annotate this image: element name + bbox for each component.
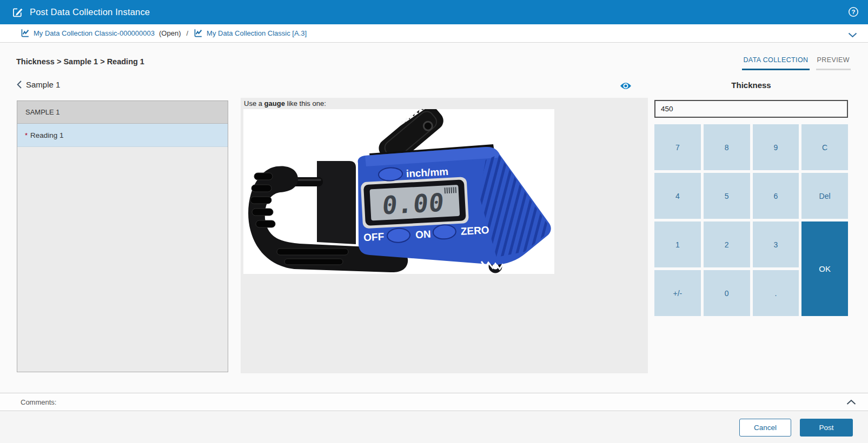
instruction-text: Use a gauge like this one: xyxy=(244,99,326,108)
key-3[interactable]: 3 xyxy=(753,222,799,267)
chevron-up-icon[interactable] xyxy=(846,399,856,407)
key-5[interactable]: 5 xyxy=(704,173,750,219)
tab-preview[interactable]: PREVIEW xyxy=(816,56,851,70)
key-ok[interactable]: OK xyxy=(801,222,848,316)
post-button[interactable]: Post xyxy=(800,419,853,437)
back-to-sample[interactable]: Sample 1 xyxy=(17,80,60,89)
title-bar: Post Data Collection Instance ? xyxy=(0,0,868,24)
key-decimal[interactable]: . xyxy=(753,270,799,316)
footer-bar: Cancel Post xyxy=(0,412,868,443)
sample-group-header[interactable]: SAMPLE 1 xyxy=(17,101,228,124)
svg-text:?: ? xyxy=(851,9,855,15)
chevron-down-icon[interactable] xyxy=(848,31,857,39)
context-path: Thickness > Sample 1 > Reading 1 xyxy=(16,57,144,66)
key-6[interactable]: 6 xyxy=(753,173,799,219)
cancel-button[interactable]: Cancel xyxy=(739,419,791,437)
status-badge: (Open) xyxy=(159,29,181,37)
comments-label: Comments: xyxy=(21,398,56,406)
key-plus-minus[interactable]: +/- xyxy=(654,270,701,316)
key-9[interactable]: 9 xyxy=(753,124,799,170)
key-0[interactable]: 0 xyxy=(704,270,750,316)
breadcrumb-spec-link[interactable]: My Data Collection Classic [A.3] xyxy=(194,29,307,38)
gauge-on-label: ON xyxy=(415,229,432,240)
key-clear[interactable]: C xyxy=(801,124,848,170)
required-marker: * xyxy=(25,131,28,139)
page-title: Post Data Collection Instance xyxy=(30,7,150,17)
key-delete[interactable]: Del xyxy=(801,173,848,219)
tab-data-collection[interactable]: DATA COLLECTION xyxy=(742,56,809,70)
help-circle-icon[interactable]: ? xyxy=(848,6,859,17)
breadcrumb-separator: / xyxy=(186,29,188,37)
breadcrumb-spec-label: My Data Collection Classic [A.3] xyxy=(207,29,307,37)
tab-bar: DATA COLLECTION PREVIEW xyxy=(742,56,851,70)
list-item-reading[interactable]: * Reading 1 xyxy=(17,124,228,147)
gauge-off-label: OFF xyxy=(363,231,385,243)
entry-title: Thickness xyxy=(654,80,848,90)
gauge-image: 0.00 inch/mm OFF ON xyxy=(243,109,554,274)
comments-bar: Comments: xyxy=(0,393,868,411)
eye-icon[interactable] xyxy=(620,82,632,92)
key-7[interactable]: 7 xyxy=(654,124,701,170)
breadcrumb: My Data Collection Classic-000000003 (Op… xyxy=(0,24,868,43)
chevron-left-icon xyxy=(17,80,22,89)
app-root: Post Data Collection Instance ? My Data … xyxy=(0,0,868,443)
line-chart-icon xyxy=(194,29,203,38)
line-chart-icon xyxy=(21,29,30,38)
back-nav-label: Sample 1 xyxy=(26,80,60,89)
key-8[interactable]: 8 xyxy=(704,124,750,170)
key-2[interactable]: 2 xyxy=(704,222,750,267)
reading-label: Reading 1 xyxy=(30,131,64,139)
gauge-unit-label: inch/mm xyxy=(406,166,448,179)
gauge-display-value: 0.00 xyxy=(381,187,446,220)
gauge-zero-label: ZERO xyxy=(460,224,489,237)
gauge-instruction-panel: Use a gauge like this one: xyxy=(241,98,648,373)
breadcrumb-collection-label: My Data Collection Classic-000000003 xyxy=(34,29,155,37)
numeric-keypad: 7 8 9 C 4 5 6 Del 1 2 3 OK +/- 0 . xyxy=(654,124,848,316)
sample-panel: SAMPLE 1 * Reading 1 xyxy=(17,100,228,372)
thickness-value-input[interactable] xyxy=(654,100,848,118)
edit-note-icon xyxy=(12,6,23,18)
key-1[interactable]: 1 xyxy=(654,222,701,267)
key-4[interactable]: 4 xyxy=(654,173,701,219)
breadcrumb-collection-link[interactable]: My Data Collection Classic-000000003 xyxy=(21,29,155,38)
